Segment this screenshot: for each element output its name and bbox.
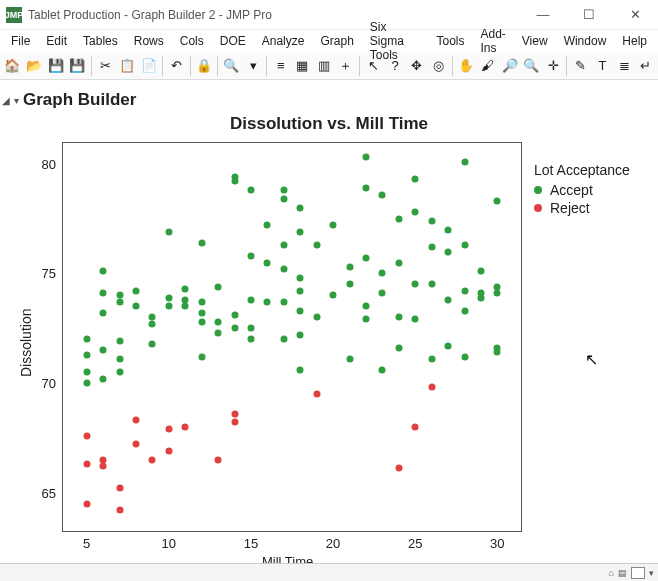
chevron-down-icon[interactable]: ▾ — [243, 55, 264, 77]
menu-item-edit[interactable]: Edit — [39, 32, 74, 50]
data-point — [247, 336, 254, 343]
menu-item-cols[interactable]: Cols — [173, 32, 211, 50]
data-point — [362, 154, 369, 161]
legend-item-reject[interactable]: Reject — [534, 200, 630, 216]
save-as-icon[interactable]: 💾 — [67, 55, 88, 77]
data-point — [116, 338, 123, 345]
x-tick-label: 5 — [83, 536, 90, 551]
text-tool-icon[interactable]: T — [592, 55, 613, 77]
magnifier-icon[interactable]: 🔎 — [499, 55, 520, 77]
data-point — [280, 241, 287, 248]
data-point — [412, 176, 419, 183]
data-point — [182, 423, 189, 430]
menu-item-view[interactable]: View — [515, 32, 555, 50]
undo-icon[interactable]: ↶ — [166, 55, 187, 77]
disclosure-icon[interactable]: ◢ — [2, 95, 10, 106]
cut-icon[interactable]: ✂ — [95, 55, 116, 77]
maximize-button[interactable]: ☐ — [566, 0, 612, 29]
grid-icon[interactable]: ▦ — [292, 55, 313, 77]
move-icon[interactable]: ✥ — [407, 55, 428, 77]
data-point — [149, 314, 156, 321]
data-point — [297, 366, 304, 373]
minimize-button[interactable]: — — [520, 0, 566, 29]
data-point — [445, 296, 452, 303]
data-point — [100, 290, 107, 297]
data-point — [198, 353, 205, 360]
menu-triangle-icon[interactable]: ▾ — [14, 95, 19, 106]
x-tick-label: 10 — [162, 536, 176, 551]
paste-icon[interactable]: 📄 — [138, 55, 159, 77]
menu-item-rows[interactable]: Rows — [127, 32, 171, 50]
data-point — [149, 320, 156, 327]
status-home-icon[interactable]: ⌂ — [609, 568, 614, 578]
data-point — [247, 296, 254, 303]
menu-item-doe[interactable]: DOE — [213, 32, 253, 50]
save-icon[interactable]: 💾 — [45, 55, 66, 77]
data-point — [445, 226, 452, 233]
data-point — [379, 290, 386, 297]
pencil-icon[interactable]: ✎ — [570, 55, 591, 77]
data-point — [313, 314, 320, 321]
legend-label: Reject — [550, 200, 590, 216]
target-icon[interactable]: ◎ — [428, 55, 449, 77]
menu-item-analyze[interactable]: Analyze — [255, 32, 312, 50]
data-point — [280, 266, 287, 273]
legend-marker-icon — [534, 204, 542, 212]
x-tick-label: 20 — [326, 536, 340, 551]
menu-item-tools[interactable]: Tools — [429, 32, 471, 50]
data-point — [165, 303, 172, 310]
plus-icon[interactable]: ＋ — [336, 55, 357, 77]
align-icon[interactable]: ≣ — [614, 55, 635, 77]
copy-icon[interactable]: 📋 — [116, 55, 137, 77]
plot-box[interactable] — [62, 142, 522, 532]
data-point — [330, 292, 337, 299]
data-point — [461, 307, 468, 314]
wrap-icon[interactable]: ↵ — [635, 55, 656, 77]
home-icon[interactable]: 🏠 — [2, 55, 23, 77]
pointer-icon[interactable]: ↖ — [363, 55, 384, 77]
data-point — [362, 316, 369, 323]
zoom-icon[interactable]: 🔍 — [221, 55, 242, 77]
data-point — [116, 298, 123, 305]
brush-icon[interactable]: 🖌 — [478, 55, 499, 77]
crosshair-icon[interactable]: ✛ — [543, 55, 564, 77]
help-cursor-icon[interactable]: ? — [385, 55, 406, 77]
hand-icon[interactable]: ✋ — [456, 55, 477, 77]
menu-list-icon[interactable]: ≡ — [270, 55, 291, 77]
data-point — [412, 281, 419, 288]
legend-marker-icon — [534, 186, 542, 194]
data-point — [116, 369, 123, 376]
menu-item-window[interactable]: Window — [557, 32, 614, 50]
data-point — [198, 298, 205, 305]
menu-item-tables[interactable]: Tables — [76, 32, 125, 50]
data-point — [428, 217, 435, 224]
open-icon[interactable]: 📂 — [24, 55, 45, 77]
data-point — [182, 303, 189, 310]
zoom-in-icon[interactable]: 🔍 — [521, 55, 542, 77]
data-point — [100, 456, 107, 463]
data-point — [165, 294, 172, 301]
toolbar-separator — [452, 56, 453, 76]
x-tick-label: 30 — [490, 536, 504, 551]
legend-item-accept[interactable]: Accept — [534, 182, 630, 198]
close-button[interactable]: ✕ — [612, 0, 658, 29]
data-point — [264, 298, 271, 305]
menu-item-help[interactable]: Help — [615, 32, 654, 50]
menu-item-file[interactable]: File — [4, 32, 37, 50]
legend-title: Lot Acceptance — [534, 162, 630, 178]
data-point — [494, 290, 501, 297]
status-box[interactable] — [631, 567, 645, 579]
status-layout-icon[interactable]: ▤ — [618, 568, 627, 578]
data-point — [280, 195, 287, 202]
data-point — [362, 185, 369, 192]
lock-icon[interactable]: 🔒 — [193, 55, 214, 77]
data-point — [477, 290, 484, 297]
data-point — [395, 465, 402, 472]
menu-item-add-ins[interactable]: Add-Ins — [473, 25, 512, 57]
data-point — [247, 187, 254, 194]
toolbar-separator — [566, 56, 567, 76]
menu-item-graph[interactable]: Graph — [313, 32, 360, 50]
data-point — [428, 281, 435, 288]
status-dropdown-icon[interactable]: ▾ — [649, 568, 654, 578]
layout-icon[interactable]: ▥ — [314, 55, 335, 77]
